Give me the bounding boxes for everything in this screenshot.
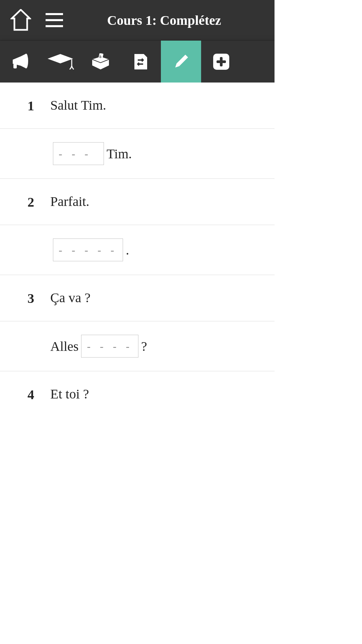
exercise-list: 1 Salut Tim. - - - Tim. 2 Parfait. - - -… — [0, 83, 275, 417]
tab-announce[interactable] — [0, 41, 40, 83]
swap-page-icon — [134, 53, 148, 70]
graduation-cap-icon — [46, 53, 75, 70]
answer-line: Alles - - - - ? — [50, 335, 275, 358]
tab-translate[interactable] — [121, 41, 161, 83]
prompt-number: 2 — [0, 194, 50, 210]
answer-row: - - - - - . — [0, 225, 275, 275]
answer-row: - - - Tim. — [0, 129, 275, 179]
svg-rect-9 — [217, 60, 226, 63]
prompt-text: Parfait. — [50, 194, 275, 209]
prompt-number: 1 — [0, 97, 50, 114]
svg-rect-4 — [13, 64, 17, 68]
prompt-text: Ça va ? — [50, 290, 275, 306]
tab-bar: b — [0, 40, 275, 83]
prompt-row: 3 Ça va ? — [0, 275, 275, 321]
home-button[interactable] — [4, 9, 38, 31]
fill-blank-input[interactable]: - - - - — [81, 335, 138, 358]
megaphone-icon — [11, 54, 29, 70]
tab-add[interactable] — [201, 41, 241, 83]
top-header: Cours 1: Complétez — [0, 0, 275, 40]
answer-row: Alles - - - - ? — [0, 321, 275, 371]
deposit-box-icon: b — [91, 53, 110, 70]
answer-line: - - - Tim. — [50, 142, 275, 165]
svg-point-3 — [24, 54, 28, 68]
page-title: Cours 1: Complétez — [71, 12, 270, 28]
prompt-text: Et toi ? — [50, 386, 275, 402]
prompt-text: Salut Tim. — [50, 97, 275, 113]
home-icon — [10, 9, 31, 31]
tab-write[interactable] — [161, 41, 201, 83]
pencil-icon — [173, 53, 189, 70]
svg-rect-1 — [46, 19, 63, 21]
svg-rect-2 — [46, 25, 63, 27]
answer-prefix: Alles — [50, 338, 78, 354]
plus-icon — [213, 54, 229, 70]
fill-blank-input[interactable]: - - - - - — [53, 238, 123, 261]
answer-suffix: ? — [141, 338, 147, 354]
hamburger-icon — [46, 13, 63, 27]
tab-learn[interactable] — [40, 41, 80, 83]
answer-line: - - - - - . — [50, 238, 275, 261]
tab-deposit[interactable]: b — [80, 41, 121, 83]
prompt-row: 1 Salut Tim. — [0, 83, 275, 129]
menu-button[interactable] — [38, 13, 71, 27]
prompt-row: 2 Parfait. — [0, 179, 275, 225]
prompt-number: 4 — [0, 386, 50, 402]
fill-blank-input[interactable]: - - - — [53, 142, 104, 165]
prompt-number: 3 — [0, 290, 50, 306]
answer-suffix: . — [126, 242, 129, 258]
svg-rect-0 — [46, 13, 63, 15]
answer-suffix: Tim. — [107, 146, 132, 162]
prompt-row: 4 Et toi ? — [0, 371, 275, 417]
